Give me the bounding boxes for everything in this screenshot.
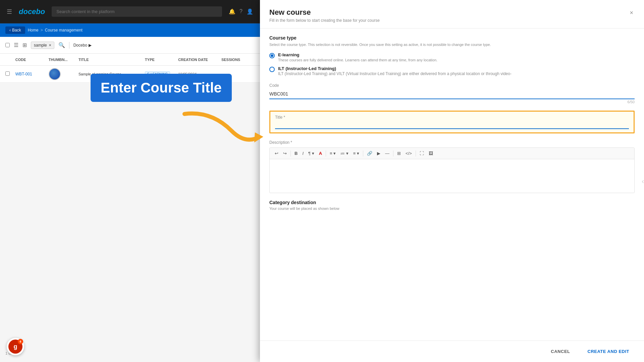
bold-button[interactable]: B [293,150,299,157]
table-button[interactable]: ⊞ [395,150,402,157]
unordered-list-button[interactable]: ≡ ▾ [352,150,361,157]
ilt-label: ILT (Instructor-Led Training) [278,66,512,71]
toolbar-sep4 [393,150,393,157]
grailr-badge: 6 [18,339,23,344]
undo-button[interactable]: ↩ [273,150,280,157]
docebo-filter[interactable]: Docebo ▶ [73,43,92,48]
select-all-checkbox[interactable] [5,43,10,47]
header-type: TYPE [145,58,178,62]
remove-filter-icon[interactable]: × [49,43,51,48]
ordered-list-button[interactable]: ≔ ▾ [339,150,350,157]
breadcrumb-bar: ‹ Back Home > Course management [0,23,260,37]
code-counter: 6/50 [269,100,635,104]
row-checkbox[interactable] [5,71,10,76]
notifications-icon[interactable]: 🔔 [229,8,235,15]
modal-title: New course [269,8,380,17]
row-code: WBT-001 [15,72,49,76]
user-icons: 🔔 ? 👤 [229,8,253,15]
cancel-button[interactable]: CANCEL [545,346,575,357]
code-button[interactable]: </> [404,150,414,157]
course-type-desc: Select the course type. This selection i… [269,42,635,48]
header-title[interactable]: TITLE [78,58,145,62]
ilt-radio[interactable] [269,67,275,72]
elearning-option[interactable]: E-learning These courses are fully deliv… [269,52,635,62]
back-icon: ‹ [9,28,11,33]
modal-footer: CANCEL CREATE AND EDIT [260,341,644,362]
grailr-avatar: g 6 [8,340,22,354]
elearning-desc: These courses are fully delivered online… [278,58,437,62]
breadcrumb-home[interactable]: Home [28,28,39,33]
editor-toolbar: ↩ ↪ B I ¶ ▾ A ≡ ▾ ≔ ▾ ≡ ▾ 🔗 ▶ — ⊞ [270,148,634,159]
table-header: CODE THUMBN... TITLE TYPE CREATION DATE … [0,54,260,66]
italic-button[interactable]: I [301,150,305,157]
docebo-filter-label: Docebo [73,43,87,48]
breadcrumb-current: Course management [45,28,83,33]
create-edit-button[interactable]: CREATE AND EDIT [582,346,635,357]
description-label: Description * [269,140,635,145]
header-date[interactable]: CREATION DATE [178,58,221,62]
align-button[interactable]: ≡ ▾ [328,150,337,157]
title-label: Title * [275,115,629,120]
toolbar-sep1 [290,150,291,157]
category-desc: Your course will be placed as shown belo… [269,206,635,210]
breadcrumb: Home > Course management [28,28,83,33]
image-button[interactable]: 🖼 [427,150,435,157]
toolbar-sep3 [363,150,363,157]
annotation-arrow [178,104,272,154]
grailr-letter: g [14,343,17,350]
modal-subtitle: Fill in the form below to start creating… [269,18,380,23]
elearning-option-content: E-learning These courses are fully deliv… [278,52,437,62]
help-icon[interactable]: ? [239,8,243,15]
filter-icon[interactable]: ☰ [14,42,18,48]
ilt-desc: ILT (Instructor-Led Training) and VILT (… [278,71,512,77]
course-thumbnail [49,68,61,80]
video-button[interactable]: ▶ [375,150,382,157]
modal-header-content: New course Fill in the form below to sta… [269,8,380,23]
modal-body: Course type Select the course type. This… [260,28,644,341]
back-button[interactable]: ‹ Back [5,26,25,34]
elearning-radio[interactable] [269,53,275,58]
grailr-widget[interactable]: g 6 [7,338,24,355]
user-avatar[interactable]: 👤 [247,8,253,15]
annotation-text: Enter Course Title [101,80,222,96]
grid-view-icon[interactable]: ⊞ [22,42,27,48]
description-editor-area[interactable] [270,159,634,193]
row-thumbnail [49,68,78,80]
sample-label: sample [34,43,47,48]
scroll-indicator: ‹ [642,177,644,185]
search-icon[interactable]: 🔍 [58,42,65,48]
app-logo: docebo [19,7,45,16]
redo-button[interactable]: ↪ [281,150,288,157]
svg-marker-0 [254,132,263,142]
search-input[interactable] [52,6,222,17]
ilt-option[interactable]: ILT (Instructor-Led Training) ILT (Instr… [269,66,635,77]
header-sessions: SESSIONS [221,58,255,62]
title-input[interactable] [275,120,629,129]
font-color-button[interactable]: A [317,150,324,157]
annotation-box: Enter Course Title [91,74,232,102]
paragraph-button[interactable]: ¶ ▾ [307,150,316,157]
code-field: Code 6/50 [269,83,635,104]
row-check[interactable] [5,71,15,77]
category-title: Category destination [269,200,635,205]
header-code[interactable]: CODE [15,58,49,62]
category-section: Category destination Your course will be… [269,200,635,210]
ilt-option-content: ILT (Instructor-Led Training) ILT (Instr… [278,66,512,77]
editor-wrapper: ↩ ↪ B I ¶ ▾ A ≡ ▾ ≔ ▾ ≡ ▾ 🔗 ▶ — ⊞ [269,147,635,193]
link-button[interactable]: 🔗 [365,150,374,157]
breadcrumb-sep1: > [41,28,43,33]
code-input[interactable] [269,89,635,99]
sample-filter-tag[interactable]: sample × [31,42,54,49]
fullscreen-button[interactable]: ⛶ [418,150,426,157]
elearning-label: E-learning [278,52,437,57]
course-type-section: Course type Select the course type. This… [269,35,635,76]
toolbar-divider [69,42,69,49]
modal-header: New course Fill in the form below to sta… [260,0,644,28]
toolbar-sep2 [326,150,326,157]
toolbar-sep5 [416,150,416,157]
description-field: Description * ↩ ↪ B I ¶ ▾ A ≡ ▾ ≔ ▾ ≡ ▾ … [269,140,635,193]
hr-button[interactable]: — [383,150,391,157]
modal-close-button[interactable]: × [628,8,635,18]
hamburger-icon[interactable]: ☰ [7,8,12,15]
course-type-label: Course type [269,35,635,41]
